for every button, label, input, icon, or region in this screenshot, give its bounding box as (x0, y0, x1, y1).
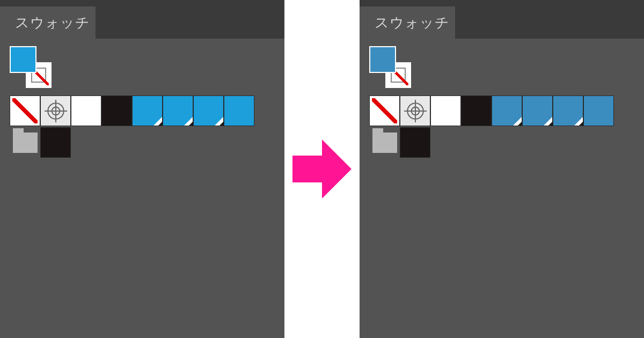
global-swatch-icon (513, 117, 522, 126)
tab-swatches[interactable]: スウォッチ (10, 6, 96, 39)
swatch-group-folder[interactable] (10, 127, 40, 158)
swatch-color[interactable] (583, 95, 614, 126)
arrow-icon (292, 139, 352, 199)
swatch-row (10, 127, 275, 158)
swatch-white[interactable] (430, 95, 461, 126)
swatch-row (369, 95, 634, 126)
swatch-black[interactable] (400, 127, 430, 158)
fill-color-box[interactable] (369, 46, 396, 73)
fill-color-box[interactable] (10, 46, 36, 73)
folder-icon (13, 133, 38, 153)
global-swatch-icon (215, 117, 223, 126)
swatches-panel-before: スウォッチ (0, 0, 284, 338)
swatch-black[interactable] (101, 95, 132, 126)
global-swatch-icon (184, 117, 193, 126)
registration-icon (404, 100, 427, 122)
folder-icon (372, 133, 397, 153)
swatch-white[interactable] (71, 95, 101, 126)
swatch-color[interactable] (193, 95, 224, 126)
swatch-none[interactable] (369, 95, 400, 126)
swatch-color[interactable] (132, 95, 163, 126)
tab-swatches[interactable]: スウォッチ (369, 6, 455, 39)
global-swatch-icon (574, 117, 583, 126)
tab-row: スウォッチ (360, 6, 644, 39)
swatch-color[interactable] (224, 95, 254, 126)
swatch-color[interactable] (553, 95, 583, 126)
panel-body (360, 39, 644, 338)
transition-arrow (284, 0, 360, 338)
panel-top-bar (360, 0, 644, 6)
tab-row: スウォッチ (0, 6, 284, 39)
swatch-black[interactable] (461, 95, 492, 126)
global-swatch-icon (153, 117, 162, 126)
panel-top-bar (0, 0, 284, 6)
swatch-registration[interactable] (400, 95, 430, 126)
global-swatch-icon (544, 117, 552, 126)
swatch-color[interactable] (522, 95, 553, 126)
swatches-panel-after: スウォッチ (360, 0, 644, 338)
swatch-registration[interactable] (40, 95, 71, 126)
swatch-color[interactable] (163, 95, 193, 126)
swatch-none[interactable] (10, 95, 40, 126)
swatch-group-folder[interactable] (369, 127, 400, 158)
panel-body (0, 39, 284, 338)
swatch-row (369, 127, 634, 158)
fill-stroke-indicator[interactable] (10, 46, 52, 88)
fill-stroke-indicator[interactable] (369, 46, 411, 88)
swatch-black[interactable] (40, 127, 71, 158)
registration-icon (45, 100, 67, 122)
swatch-color[interactable] (492, 95, 522, 126)
swatch-row (10, 95, 275, 126)
